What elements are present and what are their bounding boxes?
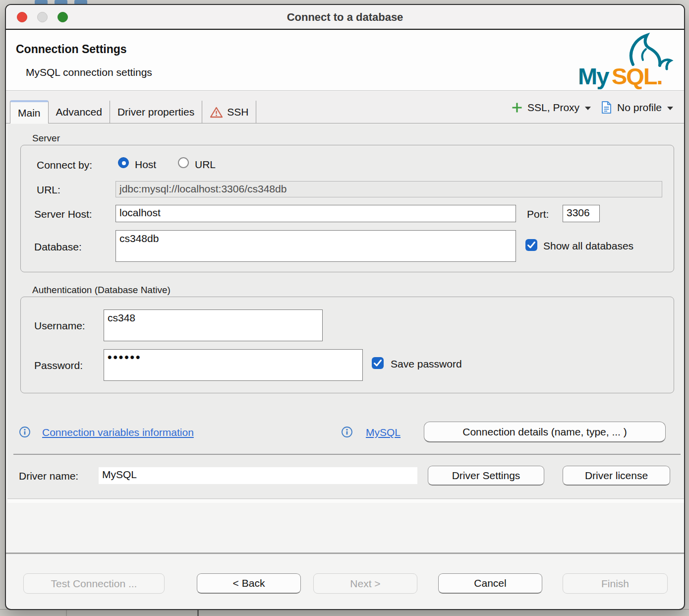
panel-bottom-frame [7, 499, 685, 503]
next-button[interactable]: Next > [313, 573, 417, 594]
background-app-toolbar-fragment [35, 0, 144, 4]
window-title: Connect to a database [6, 5, 684, 30]
tab-label: Advanced [56, 106, 102, 118]
driver-info-link[interactable]: MySQL [366, 427, 401, 438]
tab-advanced[interactable]: Advanced [49, 101, 110, 123]
connect-by-label: Connect by: [37, 159, 92, 171]
cancel-button[interactable]: Cancel [438, 573, 542, 594]
tab-bar: Main Advanced Driver properties SSH [6, 91, 684, 123]
info-icon [19, 426, 31, 438]
tab-main[interactable]: Main [10, 100, 49, 123]
plus-icon [511, 102, 523, 114]
driver-name-field: MySQL [99, 467, 417, 484]
connect-database-dialog: Connect to a database Connection Setting… [5, 4, 685, 610]
test-connection-button[interactable]: Test Connection ... [23, 573, 165, 594]
svg-text:SQL.: SQL. [612, 63, 662, 89]
warning-icon [210, 106, 223, 119]
ssl-proxy-menu[interactable]: SSL, Proxy [527, 102, 579, 114]
save-password-label[interactable]: Save password [391, 358, 462, 370]
page-subtitle: MySQL connection settings [26, 66, 152, 78]
save-password-checkbox[interactable] [372, 357, 384, 369]
connect-by-url-label[interactable]: URL [195, 159, 216, 171]
chevron-down-icon[interactable] [667, 107, 673, 110]
mysql-logo-icon: My SQL. [576, 32, 675, 90]
check-icon [526, 240, 536, 250]
username-label: Username: [34, 320, 85, 332]
dialog-header: Connection Settings MySQL connection set… [6, 31, 684, 91]
tab-label: Main [18, 107, 41, 119]
database-label: Database: [34, 241, 82, 253]
server-host-label: Server Host: [34, 208, 92, 220]
connect-by-host-radio[interactable] [118, 157, 129, 168]
background-app-strip [0, 609, 689, 616]
finish-button[interactable]: Finish [563, 573, 668, 594]
check-icon [373, 358, 383, 368]
port-label: Port: [527, 208, 549, 220]
server-groupbox: Connect by: Host URL URL: jdbc:mysql://l… [20, 145, 674, 272]
tab-driver-properties[interactable]: Driver properties [110, 101, 202, 123]
chevron-down-icon[interactable] [585, 107, 591, 110]
password-field[interactable]: •••••• [104, 349, 363, 381]
tab-label: SSH [227, 106, 248, 118]
driver-separator [13, 454, 681, 455]
footer-separator [6, 553, 684, 554]
driver-name-label: Driver name: [19, 470, 78, 482]
info-icon [341, 426, 353, 438]
profile-menu[interactable]: No profile [617, 102, 662, 114]
url-label: URL: [37, 184, 60, 196]
connection-details-button[interactable]: Connection details (name, type, ... ) [424, 422, 666, 442]
back-button[interactable]: < Back [197, 573, 301, 594]
port-field[interactable]: 3306 [563, 205, 600, 222]
title-bar[interactable]: Connect to a database [6, 5, 684, 30]
auth-groupbox: Username: cs348 Password: •••••• Save pa… [20, 297, 674, 393]
page-title: Connection Settings [16, 43, 127, 56]
driver-settings-button[interactable]: Driver Settings [428, 466, 544, 486]
tabs: Main Advanced Driver properties SSH [10, 100, 256, 123]
show-all-databases-label[interactable]: Show all databases [543, 240, 633, 252]
connection-variables-link[interactable]: Connection variables information [42, 427, 194, 438]
password-label: Password: [34, 360, 83, 371]
server-host-field[interactable]: localhost [115, 205, 516, 222]
connect-by-url-radio[interactable] [178, 157, 189, 168]
tabbar-right-controls: SSL, Proxy No profile [511, 91, 674, 123]
tab-ssh[interactable]: SSH [202, 101, 256, 123]
tab-label: Driver properties [117, 106, 194, 118]
url-field: jdbc:mysql://localhost:3306/cs348db [115, 181, 662, 197]
username-field[interactable]: cs348 [104, 309, 323, 341]
server-group-label: Server [32, 133, 60, 144]
background-grid-line [66, 610, 67, 616]
profile-document-icon [600, 101, 613, 114]
database-field[interactable]: cs348db [115, 230, 516, 262]
main-tab-panel: Server Connect by: Host URL URL: jdbc:my… [7, 124, 685, 499]
svg-text:My: My [578, 63, 609, 89]
show-all-databases-checkbox[interactable] [525, 239, 537, 251]
background-grid-line [197, 610, 199, 616]
auth-group-label: Authentication (Database Native) [32, 285, 171, 296]
connect-by-host-label[interactable]: Host [135, 159, 156, 171]
driver-license-button[interactable]: Driver license [563, 466, 670, 486]
